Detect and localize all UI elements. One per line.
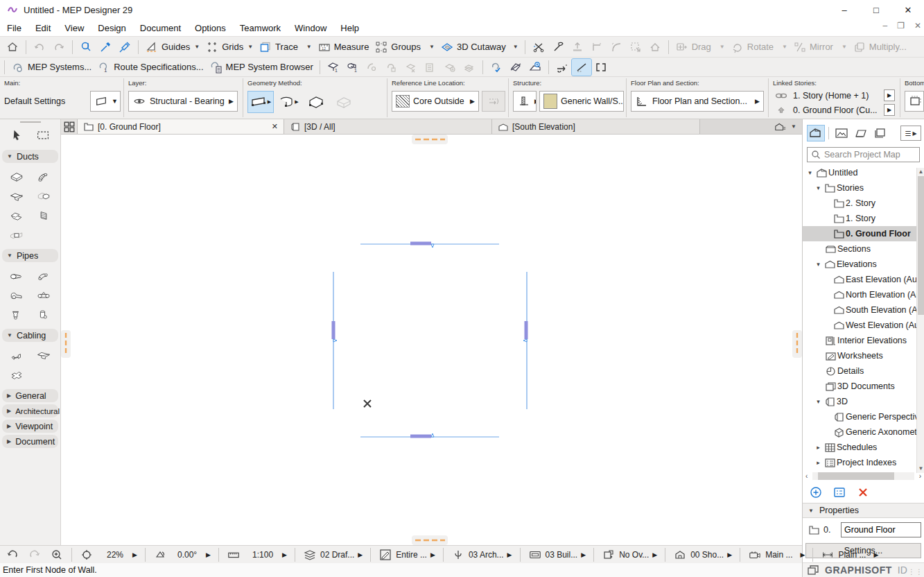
menu-design[interactable]: Design (91, 21, 132, 35)
guides-button[interactable]: Guides▼ (142, 39, 202, 55)
roof-fit-button[interactable] (645, 39, 665, 55)
project-map-button[interactable] (807, 125, 825, 141)
mep-modify-3-button[interactable] (401, 59, 421, 76)
new-viewpoint-button[interactable] (810, 486, 822, 499)
tree-item-generic-axonometry[interactable]: Generic Axonometry (803, 424, 916, 440)
pipe-valve-tool-icon[interactable] (10, 308, 24, 322)
menu-options[interactable]: Options (188, 21, 233, 35)
zoom-level-arrow-icon[interactable]: ▶ (132, 551, 137, 558)
mdi-restore-icon[interactable]: ❐ (897, 21, 905, 31)
toolbox-section-ducts[interactable]: ▼ Ducts (2, 150, 58, 163)
next-zoom-button[interactable] (24, 548, 46, 562)
orientation-button[interactable]: 0.00° ▶ (149, 548, 215, 562)
toolbox-drag-handle[interactable] (20, 121, 41, 123)
tree-item-details[interactable]: Details (803, 363, 916, 379)
search-input[interactable] (824, 150, 914, 160)
edge-marker-bottom[interactable] (412, 535, 448, 545)
dimension-arrow-icon[interactable]: ▶ (873, 551, 878, 558)
dimension-style-button[interactable]: Plain ... ▶ (817, 548, 882, 562)
expander-icon[interactable]: ▾ (805, 169, 814, 176)
tree-item-story-1[interactable]: 1. Story (803, 211, 916, 226)
inject-parameters-button[interactable] (115, 39, 134, 55)
resize-grip[interactable]: ⋮⋮ (908, 568, 923, 576)
hscroll-thumb[interactable] (818, 472, 894, 480)
expander-icon[interactable]: ▸ (814, 444, 823, 451)
cable-tjunction-tool-icon[interactable] (37, 349, 51, 363)
renovation-arrow-icon[interactable]: ▶ (652, 551, 657, 558)
undo-button[interactable] (30, 39, 49, 55)
tree-item-story-2[interactable]: 2. Story (803, 196, 916, 211)
multiply-button[interactable]: Multiply... (850, 39, 909, 55)
drawing-canvas[interactable] (61, 135, 802, 545)
split-button[interactable] (529, 39, 548, 55)
menu-document[interactable]: Document (133, 21, 188, 35)
toolbox-section-pipes[interactable]: ▼ Pipes (2, 249, 58, 262)
groups-button[interactable]: Groups▼ (372, 39, 437, 55)
menu-window[interactable]: Window (288, 21, 333, 35)
flip-refline-button[interactable] (482, 91, 505, 112)
arrow-tool-icon[interactable] (8, 127, 26, 144)
tree-item-sections[interactable]: Sections (803, 241, 916, 257)
camera-arrow-icon[interactable]: ▶ (801, 551, 805, 558)
toolbox-section-cabling[interactable]: ▼ Cabling (2, 329, 58, 342)
orientation-arrow-icon[interactable]: ▶ (206, 551, 211, 558)
elevate-button[interactable] (568, 39, 587, 55)
flexible-duct-tool-icon[interactable] (37, 170, 51, 184)
viewpoint-settings-button[interactable] (833, 486, 846, 499)
view-map-button[interactable] (833, 125, 851, 141)
scroll-left-icon[interactable]: ‹ (805, 472, 812, 480)
bottom-offset-button[interactable] (905, 91, 924, 112)
edge-marker-top[interactable] (412, 135, 448, 144)
mdi-window-controls[interactable]: – ❐ ✕ (882, 21, 921, 31)
tree-vertical-scrollbar[interactable]: ▲ ▼ (916, 168, 924, 473)
edge-marker-left[interactable] (61, 330, 71, 358)
favorites-arrow-icon[interactable]: ▶ (507, 551, 512, 558)
route-specifications-button[interactable]: 1 Route Specifications... (94, 59, 206, 76)
drag-button[interactable]: Drag▼ (672, 39, 728, 55)
duct-inline-tool-icon[interactable] (10, 228, 24, 242)
mdi-close-icon[interactable]: ✕ (914, 21, 921, 31)
redo-button[interactable] (49, 39, 69, 55)
geometry-straight-wall-button[interactable]: ▶ (247, 91, 274, 113)
linked-bottom-arrow-button[interactable]: ▶ (884, 104, 895, 116)
expander-icon[interactable]: ▾ (814, 184, 823, 191)
stories-quick-arrow-icon[interactable]: ▶ (727, 551, 732, 558)
duct-routing-button[interactable]: 1 (324, 59, 343, 76)
duct-tjunction-tool-icon[interactable] (10, 189, 24, 203)
pick-up-parameters-button[interactable] (96, 39, 115, 55)
tree-item-west-elevation[interactable]: West Elevation (Aut (803, 318, 916, 333)
tree-horizontal-scrollbar[interactable]: ‹ › (805, 472, 921, 481)
mep-check-button[interactable] (487, 59, 506, 76)
structure-fill-button[interactable]: Generic Wall/S... ▶ (539, 91, 624, 112)
mep-add-view-button[interactable] (525, 59, 545, 76)
toolbox-section-general[interactable]: ▶ General (2, 389, 58, 402)
mep-systems-button[interactable]: MEP Systems... (8, 59, 94, 76)
menu-view[interactable]: View (58, 21, 91, 35)
flexible-pipe-tool-icon[interactable] (37, 269, 51, 283)
trim-button[interactable] (587, 39, 607, 55)
stretch-button[interactable] (626, 39, 645, 55)
fillet-button[interactable] (607, 39, 626, 55)
renovation-filter-button[interactable]: No Ov... ▶ (598, 548, 661, 562)
mdi-minimize-icon[interactable]: – (882, 21, 887, 31)
find-select-button[interactable] (76, 39, 96, 55)
toolbox-section-architectural[interactable]: ▶ Architectural (2, 404, 58, 417)
pipe-routing-button[interactable]: 1 (343, 59, 363, 76)
scroll-up-icon[interactable]: ▲ (917, 168, 924, 176)
measure-button[interactable]: 12 Measure (315, 39, 372, 55)
expander-icon[interactable]: ▾ (814, 261, 823, 268)
tree-item-south-elevation[interactable]: South Elevation (Au (803, 302, 916, 318)
layer-combination-button[interactable]: 02 Draf... ▶ (299, 548, 367, 562)
stories-quick-button[interactable]: 00 Sho... ▶ (669, 548, 736, 562)
publisher-button[interactable] (871, 125, 889, 141)
toolbox-section-document[interactable]: ▶ Document (2, 435, 58, 448)
expander-icon[interactable]: ▾ (814, 398, 823, 405)
cable-cross-tool-icon[interactable] (10, 368, 24, 382)
mirror-button[interactable]: Mirror▼ (790, 39, 850, 55)
tree-item-3d[interactable]: ▾ 3D (803, 394, 916, 409)
mep-modify-6-button[interactable] (460, 59, 479, 76)
menu-help[interactable]: Help (333, 21, 366, 35)
pop-up-navigator-button[interactable]: ▼ (768, 119, 802, 134)
story-name-input[interactable] (841, 522, 921, 537)
tree-item-east-elevation[interactable]: East Elevation (Auto (803, 272, 916, 287)
